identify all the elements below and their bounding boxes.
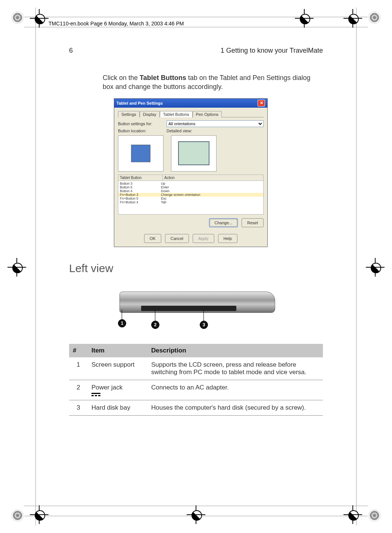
th-desc: Description bbox=[147, 344, 323, 357]
page-number: 6 bbox=[69, 47, 73, 55]
reset-button[interactable]: Reset bbox=[242, 218, 264, 227]
registration-mark-icon bbox=[30, 505, 49, 524]
ok-button[interactable]: OK bbox=[144, 234, 161, 243]
callout-2: 2 bbox=[151, 321, 159, 329]
dialog-title: Tablet and Pen Settings bbox=[116, 101, 163, 105]
chapter-title: 1 Getting to know your TravelMate bbox=[221, 47, 323, 55]
left-view-table: # Item Description 1 Screen support Supp… bbox=[69, 344, 323, 416]
apply-button[interactable]: Apply bbox=[193, 234, 214, 243]
frame-line bbox=[35, 7, 36, 526]
crop-target-icon bbox=[368, 11, 381, 24]
dialog-tabs: Settings Display Tablet Buttons Pen Opti… bbox=[118, 111, 264, 117]
detailed-view-preview bbox=[171, 135, 217, 172]
settings-for-select[interactable]: All orientations bbox=[167, 120, 264, 127]
button-list-header: Tablet Button Action bbox=[118, 175, 264, 181]
change-button[interactable]: Change... bbox=[209, 218, 238, 227]
crop-target-icon bbox=[11, 11, 24, 24]
cancel-button[interactable]: Cancel bbox=[165, 234, 189, 243]
button-list[interactable]: Button 3Up Button 5Enter Button 4Down Fn… bbox=[118, 181, 264, 215]
col-action: Action bbox=[163, 175, 263, 181]
registration-mark-icon bbox=[7, 258, 26, 277]
dialog-screenshot: Tablet and Pen Settings ✕ Settings Displ… bbox=[114, 98, 268, 247]
registration-mark-icon bbox=[187, 505, 205, 524]
registration-mark-icon bbox=[343, 9, 362, 28]
th-num: # bbox=[69, 344, 88, 357]
intro-pre: Click on the bbox=[103, 74, 140, 81]
power-jack-icon bbox=[91, 393, 144, 396]
callout-1: 1 bbox=[118, 319, 126, 327]
frame-line bbox=[356, 7, 357, 526]
registration-mark-icon bbox=[30, 9, 49, 28]
section-heading-left-view: Left view bbox=[69, 262, 323, 275]
close-icon[interactable]: ✕ bbox=[258, 100, 265, 107]
detailed-view-label: Detailed view: bbox=[167, 129, 192, 133]
intro-bold: Tablet Buttons bbox=[140, 74, 186, 81]
crop-target-icon bbox=[11, 509, 24, 522]
registration-mark-icon bbox=[343, 505, 362, 524]
list-item: Button 4Down bbox=[118, 189, 263, 193]
list-item: Fn+Button 4Tab bbox=[118, 200, 263, 204]
button-location-preview bbox=[118, 135, 164, 172]
list-item: Button 3Up bbox=[118, 182, 263, 185]
tab-settings[interactable]: Settings bbox=[118, 111, 140, 117]
settings-for-label: Button settings for: bbox=[118, 121, 167, 126]
button-location-label: Button location: bbox=[118, 129, 167, 133]
intro-paragraph: Click on the Tablet Buttons tab on the T… bbox=[103, 73, 312, 92]
table-row: 2 Power jack Connects to an AC adapter. bbox=[69, 380, 323, 400]
tab-tablet-buttons[interactable]: Tablet Buttons bbox=[160, 111, 193, 117]
book-header: TMC110-en.book Page 6 Monday, March 3, 2… bbox=[49, 21, 184, 27]
col-tablet-button: Tablet Button bbox=[118, 175, 163, 181]
registration-mark-icon bbox=[366, 258, 385, 277]
table-row: 3 Hard disk bay Houses the computer's ha… bbox=[69, 400, 323, 415]
item-power-jack: Power jack bbox=[91, 384, 122, 391]
crop-target-icon bbox=[368, 509, 381, 522]
table-row: 1 Screen support Supports the LCD screen… bbox=[69, 357, 323, 380]
help-button[interactable]: Help bbox=[218, 234, 238, 243]
list-item: Button 5Enter bbox=[118, 185, 263, 189]
tab-pen-options[interactable]: Pen Options bbox=[193, 111, 222, 117]
tab-display[interactable]: Display bbox=[140, 111, 160, 117]
list-item: Fn+Button 5Esc bbox=[118, 197, 263, 200]
callout-3: 3 bbox=[200, 321, 208, 329]
registration-mark-icon bbox=[295, 9, 314, 28]
list-item: Fn+Button 3Change screen orientation bbox=[118, 193, 263, 197]
th-item: Item bbox=[88, 344, 147, 357]
left-view-illustration: 1 2 3 bbox=[116, 292, 276, 333]
